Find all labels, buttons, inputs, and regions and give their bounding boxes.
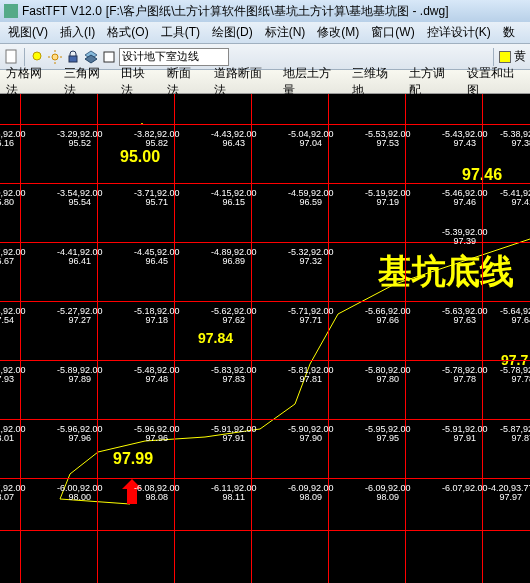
grid-node-label: -3.71,92.0095.71 — [134, 189, 180, 207]
grid-node-label: -4.59,92.0096.59 — [288, 189, 334, 207]
grid-node-label: -3.82,92.0095.82 — [134, 130, 180, 148]
grid-node-label: -6.07,92.0098.07 — [0, 484, 26, 502]
grid-line-h — [0, 360, 530, 361]
grid-node-label: -6.07,92.00 — [442, 484, 488, 493]
menu-annotate[interactable]: 标注(N) — [259, 24, 312, 41]
grid-node-label: -5.63,92.0097.63 — [442, 307, 488, 325]
menu-tools[interactable]: 工具(T) — [155, 24, 206, 41]
menu-draw[interactable]: 绘图(D) — [206, 24, 259, 41]
grid-node-label: -4.45,92.0096.45 — [134, 248, 180, 266]
grid-node-label: -5.78,92.0097.78 — [442, 366, 488, 384]
grid-node-label: -5.39,92.0097.39 — [442, 228, 488, 246]
svg-point-2 — [52, 54, 58, 60]
layers-icon[interactable] — [83, 49, 99, 65]
file-path: [F:\客户图纸\土方计算软件图纸\基坑土方计算\基地基坑图 - .dwg] — [106, 3, 449, 20]
elev-anno-3: 97.84 — [198, 330, 233, 346]
grid-node-label: -4.15,92.0096.15 — [211, 189, 257, 207]
grid-node-label: -5.18,92.0097.18 — [134, 307, 180, 325]
grid-node-label: -5.54,92.0097.54 — [0, 307, 26, 325]
grid-node-label: -6.08,92.0098.08 — [134, 484, 180, 502]
grid-node-label: -5.91,92.0097.91 — [211, 425, 257, 443]
grid-node-label: -5.19,92.0097.19 — [365, 189, 411, 207]
grid-node-label: -4.89,92.0096.89 — [211, 248, 257, 266]
grid-line-h — [0, 301, 530, 302]
grid-node-label: -5.43,92.0097.43 — [442, 130, 488, 148]
red-marker — [0, 94, 530, 583]
svg-point-1 — [33, 52, 41, 60]
grid-line-v — [251, 94, 252, 583]
grid-node-label: -5.83,92.0097.83 — [211, 366, 257, 384]
grid-node-label: -5.96,92.0097.96 — [134, 425, 180, 443]
grid-node-label: -5.93,92.0097.93 — [0, 366, 26, 384]
menu-kzdesign[interactable]: 控详设计(K) — [421, 24, 497, 41]
menu-data[interactable]: 数 — [497, 24, 521, 41]
grid-line-h — [0, 478, 530, 479]
grid-node-label: -5.04,92.0097.04 — [288, 130, 334, 148]
grid-line-h — [0, 183, 530, 184]
grid-node-label: -5.89,92.0097.89 — [57, 366, 103, 384]
pit-bottom-label: 基坑底线 — [378, 249, 514, 295]
titlebar: FastTFT V12.0 [F:\客户图纸\土方计算软件图纸\基坑土方计算\基… — [0, 0, 530, 22]
grid-node-label: -5.32,92.0097.32 — [288, 248, 334, 266]
grid-node-label: -5.87,92.0097.87 — [500, 425, 530, 443]
grid-node-label: -5.71,92.0097.71 — [288, 307, 334, 325]
grid-line-h — [0, 124, 530, 125]
menu-format[interactable]: 格式(O) — [101, 24, 154, 41]
menu-window[interactable]: 窗口(W) — [365, 24, 420, 41]
grid-node-label: -5.96,92.0097.96 — [57, 425, 103, 443]
svg-rect-0 — [6, 50, 16, 63]
grid-node-label: -4.67,92.0096.67 — [0, 248, 26, 266]
grid-line-v — [174, 94, 175, 583]
menu-modify[interactable]: 修改(M) — [311, 24, 365, 41]
grid-node-label: -4.41,92.0096.41 — [57, 248, 103, 266]
elev-anno-5: 97.99 — [113, 450, 153, 468]
grid-node-label: -3.54,92.0095.54 — [57, 189, 103, 207]
menubar: 视图(V) 插入(I) 格式(O) 工具(T) 绘图(D) 标注(N) 修改(M… — [0, 22, 530, 44]
grid-node-label: -4.20,93.7797.97 — [488, 484, 530, 502]
grid-node-label: -5.78,92.0097.78 — [500, 366, 530, 384]
sun-icon[interactable] — [47, 49, 63, 65]
grid-node-label: -6.00,92.0098.00 — [57, 484, 103, 502]
layer-color-swatch[interactable] — [499, 51, 511, 63]
new-icon[interactable] — [4, 49, 20, 65]
layer-color-label[interactable]: 黄 — [514, 48, 526, 65]
grid-node-label: -6.09,92.0098.09 — [288, 484, 334, 502]
grid-node-label: -3.80,92.0095.80 — [0, 189, 26, 207]
grid-node-label: -4.16,92.0096.16 — [0, 130, 26, 148]
lock-icon[interactable] — [65, 49, 81, 65]
bulb-on-icon[interactable] — [29, 49, 45, 65]
grid-node-label: -6.01,92.0098.01 — [0, 425, 26, 443]
svg-rect-10 — [104, 52, 114, 62]
grid-line-h — [0, 419, 530, 420]
grid-line-v — [482, 94, 483, 583]
design-command-input[interactable] — [119, 48, 229, 66]
grid-node-label: -5.41,92.0097.41 — [500, 189, 530, 207]
grid-node-label: -3.29,92.0095.52 — [57, 130, 103, 148]
grid-line-v — [97, 94, 98, 583]
square-icon[interactable] — [101, 49, 117, 65]
grid-node-label: -5.62,92.0097.62 — [211, 307, 257, 325]
grid-node-label: -6.09,92.0098.09 — [365, 484, 411, 502]
grid-node-label: -5.90,92.0097.90 — [288, 425, 334, 443]
grid-node-label: -5.81,92.0097.81 — [288, 366, 334, 384]
grid-node-label: -5.38,92.0097.38 — [500, 130, 530, 148]
grid-node-label: -5.66,92.0097.66 — [365, 307, 411, 325]
elev-anno-1: 95.00 — [120, 148, 160, 166]
grid-line-v — [328, 94, 329, 583]
grid-line-v — [405, 94, 406, 583]
drawing-viewport[interactable]: 95.00 97.46 基坑底线 97.84 97.7 97.99 -4.16,… — [0, 94, 530, 583]
grid-node-label: -5.27,92.0097.27 — [57, 307, 103, 325]
menu-view[interactable]: 视图(V) — [2, 24, 54, 41]
tabbar: 方格网法 三角网法 田块法 断面法 道路断面法 地层土方量 三维场地 土方调配 … — [0, 70, 530, 94]
app-icon — [4, 4, 18, 18]
grid-line-v — [20, 94, 21, 583]
grid-node-label: -5.91,92.0097.91 — [442, 425, 488, 443]
grid-node-label: -5.46,92.0097.46 — [442, 189, 488, 207]
grid-node-label: -5.80,92.0097.80 — [365, 366, 411, 384]
grid-node-label: -5.53,92.0097.53 — [365, 130, 411, 148]
grid-node-label: -5.64,92.0097.64 — [500, 307, 530, 325]
grid-line-h — [0, 530, 530, 531]
menu-insert[interactable]: 插入(I) — [54, 24, 101, 41]
grid-node-label: -6.11,92.0098.11 — [211, 484, 257, 502]
svg-rect-7 — [69, 56, 77, 62]
